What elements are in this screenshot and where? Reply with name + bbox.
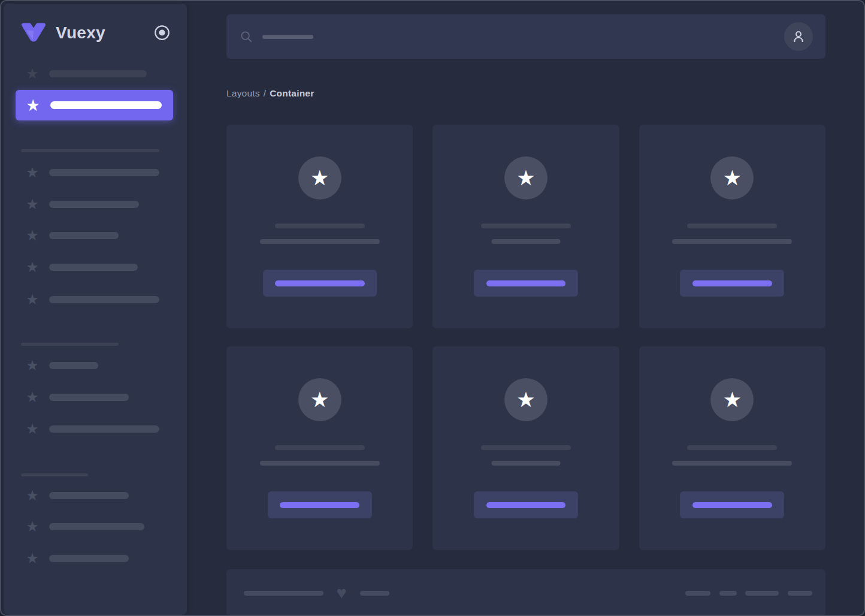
card-button[interactable] [680, 491, 784, 518]
section-title-skeleton [21, 343, 119, 346]
demo-card: ★ [639, 125, 825, 328]
logo-text: Vuexy [56, 23, 105, 43]
sidebar-item[interactable]: ★ [25, 292, 159, 307]
button-label-skeleton [275, 280, 365, 286]
user-avatar-button[interactable] [784, 22, 813, 51]
user-icon [791, 29, 806, 44]
card-button[interactable] [474, 491, 578, 518]
card-title-skeleton [275, 445, 365, 450]
card-avatar: ★ [504, 378, 548, 421]
star-icon: ★ [25, 228, 40, 243]
star-icon: ★ [25, 421, 40, 437]
menu-label-skeleton [49, 555, 129, 562]
card-button[interactable] [263, 270, 377, 297]
logo-row: Vuexy [19, 22, 170, 44]
button-label-skeleton [692, 502, 772, 508]
sidebar-item[interactable]: ★ [25, 488, 129, 503]
search-icon [240, 30, 253, 43]
star-icon: ★ [723, 166, 742, 189]
breadcrumb-current: Container [270, 88, 314, 98]
star-icon: ★ [310, 166, 329, 189]
sidebar-item[interactable]: ★ [25, 358, 98, 373]
sidebar-item[interactable]: ★ [25, 259, 138, 275]
menu-label-skeleton [49, 394, 129, 401]
star-icon: ★ [25, 519, 40, 535]
sidebar-item[interactable]: ★ [25, 519, 144, 535]
card-subtitle-skeleton [491, 461, 560, 466]
sidebar-item[interactable]: ★ [25, 228, 119, 243]
button-label-skeleton [486, 280, 565, 286]
card-title-skeleton [687, 445, 777, 450]
breadcrumb-link-layouts[interactable]: Layouts [226, 88, 260, 98]
sidebar-pin-toggle[interactable] [154, 25, 170, 41]
button-label-skeleton [692, 280, 772, 286]
menu-label-skeleton [49, 70, 147, 77]
menu-label-skeleton [49, 296, 159, 303]
star-icon: ★ [25, 358, 40, 373]
cards-grid: ★ ★ ★ ★ [226, 125, 825, 550]
card-button[interactable] [474, 270, 578, 297]
demo-card: ★ [226, 346, 413, 550]
card-avatar: ★ [298, 378, 341, 421]
sidebar-item[interactable]: ★ [25, 165, 159, 180]
demo-card: ★ [226, 125, 413, 328]
app-window: Vuexy ★ ★ ★ ★ ★ [0, 0, 865, 616]
star-icon: ★ [25, 165, 40, 180]
footer-action-skeleton [788, 591, 812, 596]
star-icon: ★ [25, 292, 40, 307]
footer-card: ♥ [226, 569, 825, 615]
card-title-skeleton [481, 445, 571, 450]
star-icon: ★ [25, 197, 40, 212]
breadcrumb-separator: / [264, 88, 267, 98]
footer-action-skeleton [685, 591, 710, 596]
section-title-skeleton [21, 149, 159, 152]
star-icon: ★ [516, 166, 535, 189]
search-input[interactable] [226, 14, 825, 59]
breadcrumb: Layouts/Container [226, 88, 825, 99]
sidebar-item[interactable]: ★ [25, 66, 147, 81]
star-icon: ★ [25, 488, 40, 503]
section-title-skeleton [21, 473, 88, 476]
card-avatar: ★ [298, 156, 341, 200]
card-title-skeleton [481, 224, 571, 228]
card-avatar: ★ [710, 378, 754, 421]
star-icon: ★ [516, 388, 535, 411]
heart-icon[interactable]: ♥ [332, 584, 351, 602]
vuexy-logo-icon [19, 22, 48, 44]
sidebar-item[interactable]: ★ [25, 389, 129, 405]
sidebar-item[interactable]: ★ [25, 421, 159, 437]
star-icon: ★ [310, 388, 329, 411]
main-content: Layouts/Container ★ ★ ★ [187, 4, 864, 615]
demo-card: ★ [432, 346, 619, 550]
card-button[interactable] [268, 491, 372, 518]
star-icon: ★ [25, 259, 40, 275]
footer-action-skeleton [745, 591, 779, 596]
menu-label-skeleton [49, 523, 144, 530]
star-icon: ★ [25, 97, 41, 114]
menu-label-skeleton [49, 264, 138, 271]
card-subtitle-skeleton [260, 239, 380, 244]
star-icon: ★ [25, 389, 40, 405]
menu-label-skeleton [49, 201, 139, 208]
card-avatar: ★ [710, 156, 754, 200]
demo-card: ★ [639, 346, 825, 550]
card-title-skeleton [687, 224, 777, 228]
sidebar-item[interactable]: ★ [25, 197, 139, 212]
menu-label-skeleton [49, 169, 159, 176]
card-subtitle-skeleton [491, 239, 560, 244]
sidebar-item[interactable]: ★ [25, 551, 129, 566]
menu-label-skeleton [50, 101, 162, 109]
card-avatar: ★ [504, 156, 548, 200]
search-placeholder-skeleton [262, 35, 313, 39]
sidebar-item-active[interactable]: ★ [16, 90, 173, 120]
footer-action-skeleton [719, 591, 737, 596]
footer-text-skeleton [244, 591, 323, 596]
card-button[interactable] [680, 270, 784, 297]
radio-circle-icon [154, 25, 170, 41]
star-icon: ★ [25, 66, 40, 81]
card-subtitle-skeleton [672, 461, 792, 466]
menu-label-skeleton [49, 232, 119, 239]
demo-card: ★ [432, 125, 619, 328]
sidebar: Vuexy ★ ★ ★ ★ ★ [4, 4, 187, 615]
button-label-skeleton [280, 502, 359, 508]
